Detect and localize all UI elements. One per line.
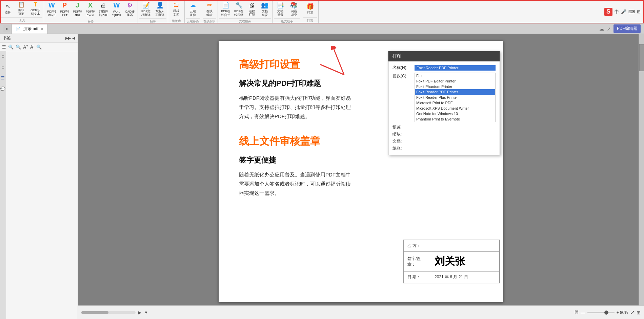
vertical-scrollbar[interactable] xyxy=(639,34,644,305)
print-shrink-row: 缩放: xyxy=(393,131,496,137)
cloud-sync-icon[interactable]: ☁ xyxy=(599,26,604,32)
printer-list-item-foxit-editor[interactable]: Foxit PDF Editor Printer xyxy=(415,78,495,84)
grid-icon: ⊞ xyxy=(637,9,641,14)
print-preview-row: 预览 xyxy=(393,124,496,130)
expert-translate-btn[interactable]: 👤 专业人工翻译 xyxy=(153,0,166,18)
pdf-translate-btn[interactable]: 📝 PDF文档翻译 xyxy=(139,0,153,18)
scroll-right-btn[interactable]: ▶ xyxy=(138,310,141,315)
sidebar-icon-page2[interactable]: □ xyxy=(2,65,4,70)
sidebar-toolbar: ☰ 🔍 🔍 A+ A- 🔍 xyxy=(0,43,78,51)
pdf-to-ppt-btn[interactable]: P PDF转PPT xyxy=(58,0,71,19)
scrollbar-thumb[interactable] xyxy=(639,44,644,71)
search-bookmark-icon[interactable]: 🔍 xyxy=(8,44,14,50)
grid-view-btn[interactable]: ⊞ xyxy=(637,310,641,315)
active-tab[interactable]: 📄 演示.pdf × xyxy=(12,24,47,34)
pdf-to-word-label: PDF转Word xyxy=(47,10,56,17)
ocr-icon: T xyxy=(34,2,37,8)
scan-pdf-label: 扫描件转PDF xyxy=(99,10,108,17)
edit-page-btn[interactable]: 📋 编辑页面 xyxy=(15,0,28,17)
sidebar-icon-bookmark[interactable]: ☰ xyxy=(1,76,5,80)
scroll-down-btn[interactable]: ▼ xyxy=(144,310,148,315)
word-to-pdf-label: Word转PDF xyxy=(112,10,121,17)
sidebar-nav-controls: ▶▶ ◀ xyxy=(65,36,75,40)
print-dialog[interactable]: 打印 名称(N): Foxit Reader PDF Printer 份数(C)… xyxy=(388,51,500,155)
tab-bar-right: ☁ ↗ PDF编辑器 xyxy=(599,24,644,33)
toolbar-section-docservices: 📄 PDF在线合并 🔧 PDF在线压缩 🖨 远程打印 👥 文档会议 文档服务 xyxy=(218,0,273,23)
print-preview-label: 预览 xyxy=(393,124,415,130)
horizontal-scroll-thumb[interactable] xyxy=(81,311,108,314)
pdf-to-jpg-btn[interactable]: J PDF转JPG xyxy=(71,0,84,19)
font-decrease-icon[interactable]: A- xyxy=(30,44,34,50)
scan-pdf-icon: 🖨 xyxy=(100,2,106,9)
printer-list-item-evernote[interactable]: Phantom Print to Evernote xyxy=(415,116,495,122)
chinese-input-icon: 中 xyxy=(615,9,619,15)
fullscreen-btn[interactable]: ⤢ xyxy=(630,309,635,316)
pdf-to-ppt-icon: P xyxy=(62,1,67,9)
printer-list-item-ms-xps[interactable]: Microsoft XPS Document Writer xyxy=(415,106,495,111)
stamp-party-value xyxy=(431,240,500,252)
toolbar-section-paper: 📑 文档重置 📚 词霸调变 论文助手 xyxy=(273,0,302,23)
pdf-merge-btn[interactable]: 📄 PDF在线合并 xyxy=(219,0,232,18)
sidebar-forward-btn[interactable]: ▶▶ xyxy=(65,36,71,40)
remote-print-btn[interactable]: 🖨 远程打印 xyxy=(246,0,258,18)
edit-page-icon: 📋 xyxy=(18,1,25,8)
sidebar-toggle-btn[interactable]: ≡ xyxy=(3,25,10,32)
ocr-btn[interactable]: T OCR识别文本 xyxy=(28,0,42,17)
online-edit-btn[interactable]: ✏ 在线编辑 xyxy=(203,0,216,18)
pdf-to-ppt-label: PDF转PPT xyxy=(60,10,69,17)
doc-review-btn[interactable]: 📑 文档重置 xyxy=(274,0,287,18)
content-area: 高级打印设置 解决常见的PDF打印难题 福昕PDF阅读器拥有强大的打印功能，界面… xyxy=(78,34,644,319)
zoom-minus[interactable]: — xyxy=(581,310,585,315)
pdf-to-jpg-label: PDF转JPG xyxy=(73,10,82,17)
cloud-section-label: 云端备份 xyxy=(186,18,200,24)
print-name-selected: Foxit Reader PDF Printer xyxy=(415,65,496,71)
print-printer-list[interactable]: Fax Foxit PDF Editor Printer Foxit Phant… xyxy=(415,73,496,122)
pdf-editor-btn[interactable]: PDF编辑器 xyxy=(613,24,641,33)
zoom-slider-thumb[interactable] xyxy=(604,311,608,315)
sidebar-main-area xyxy=(6,51,78,319)
pdf-merge-label: PDF在线合并 xyxy=(221,10,230,17)
zoom-slider[interactable] xyxy=(587,312,615,313)
pdf-translate-label: PDF文档翻译 xyxy=(141,10,150,17)
filter-icon[interactable]: 🔍 xyxy=(36,44,42,50)
printer-list-item-phantom[interactable]: Foxit Phantom Printer xyxy=(415,84,495,89)
word-to-pdf-btn[interactable]: W Word转PDF xyxy=(110,0,123,19)
bottom-bar: ▶ ▼ 照 — + 80% ⤢ ⊞ xyxy=(78,305,644,319)
font-increase-icon[interactable]: A+ xyxy=(23,44,28,50)
printer-list-item-onenote[interactable]: OneNote for Windows 10 xyxy=(415,111,495,116)
share-icon[interactable]: ↗ xyxy=(607,26,611,32)
sidebar-icon-comment[interactable]: 💬 xyxy=(0,87,5,91)
zoom-percent: + 80% xyxy=(617,310,628,315)
printer-list-item-foxit-reader[interactable]: Foxit Reader PDF Printer xyxy=(415,89,495,95)
template-btn[interactable]: 🗂 模板文库 xyxy=(169,0,183,18)
stamp-dialog: 乙 方： 签字/盖章： 刘关张 日 期： 2021 年 6 月 21 日 xyxy=(403,240,500,283)
printer-list-item-fax[interactable]: Fax xyxy=(415,73,495,78)
sidebar-title: 书签 xyxy=(3,35,11,41)
cad-btn[interactable]: ⚙ CAD转换器 xyxy=(123,0,136,19)
sidebar-left-icons: □ □ ☰ 💬 xyxy=(0,51,6,319)
microphone-icon: 🎤 xyxy=(621,9,626,14)
pdf-to-word-btn[interactable]: W PDF转Word xyxy=(45,0,58,19)
remote-print-label: 远程打印 xyxy=(249,10,255,17)
toolbar-section-template: 🗂 模板文库 模板库 xyxy=(168,0,185,23)
word-query-btn[interactable]: 📚 词霸调变 xyxy=(287,0,300,18)
scan-pdf-btn[interactable]: 🖨 扫描件转PDF xyxy=(97,0,110,18)
sidebar-back-btn[interactable]: ◀ xyxy=(72,36,75,40)
horizontal-scroll-track[interactable] xyxy=(81,311,136,314)
bookmark-list-icon[interactable]: ☰ xyxy=(2,44,6,50)
tab-close-btn[interactable]: × xyxy=(41,27,43,31)
compress-btn[interactable]: 🔧 PDF在线压缩 xyxy=(233,0,245,18)
reward-btn[interactable]: 🎁 打赏 xyxy=(303,1,317,16)
reward-icon: 🎁 xyxy=(306,3,314,10)
doc-meeting-icon: 👥 xyxy=(261,1,268,9)
cloud-backup-btn[interactable]: ☁ 云端备份 xyxy=(186,0,200,18)
printer-list-item-ms-pdf[interactable]: Microsoft Print to PDF xyxy=(415,100,495,106)
convert-section-label: 转换 xyxy=(45,19,136,24)
search2-icon[interactable]: 🔍 xyxy=(16,44,21,50)
pdf-to-excel-btn[interactable]: X PDF转Excel xyxy=(84,0,97,19)
select-tool-btn[interactable]: ↖ 选择 xyxy=(1,2,14,16)
doc-meeting-btn[interactable]: 👥 文档会议 xyxy=(259,0,271,18)
printer-list-item-plus[interactable]: Foxit Reader Plus Printer xyxy=(415,95,495,100)
sidebar-icon-page[interactable]: □ xyxy=(2,54,4,59)
top-right-area: S 中 🎤 ⌨ ⊞ xyxy=(604,0,644,23)
